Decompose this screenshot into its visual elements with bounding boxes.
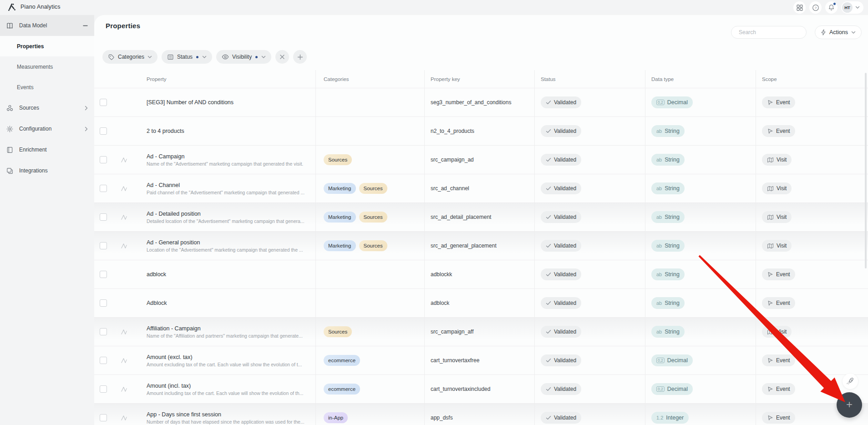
table-row[interactable]: [SEG3] Number of AND conditionsseg3_numb… bbox=[94, 88, 868, 117]
scope-badge: Visit bbox=[762, 326, 792, 338]
sidebar-item-properties[interactable]: Properties bbox=[0, 36, 94, 56]
row-select-cell bbox=[94, 117, 116, 145]
analytics-pulse-icon[interactable] bbox=[120, 243, 128, 249]
table-row[interactable]: 2 to 4 productsn2_to_4_productsValidated… bbox=[94, 117, 868, 146]
property-description: Name of the "Advertisement" marketing ca… bbox=[147, 161, 303, 167]
row-checkbox[interactable] bbox=[100, 271, 107, 278]
table-row[interactable]: Ad - Detailed positionDetailed location … bbox=[94, 203, 868, 232]
table-row[interactable]: adblockadblockkValidatedabStringEvent bbox=[94, 260, 868, 289]
status-label: Validated bbox=[554, 243, 576, 249]
row-checkbox[interactable] bbox=[100, 299, 107, 307]
filter-chip-label: Categories bbox=[118, 54, 144, 60]
row-checkbox[interactable] bbox=[100, 99, 107, 106]
apps-grid-button[interactable] bbox=[793, 1, 806, 14]
analytics-pulse-icon[interactable] bbox=[120, 386, 128, 393]
check-icon bbox=[546, 100, 551, 105]
sidebar: Data ModelPropertiesMeasurementsEventsSo… bbox=[0, 15, 94, 425]
analytics-pulse-icon[interactable] bbox=[120, 185, 128, 192]
status-cell: Validated bbox=[534, 260, 645, 288]
row-checkbox[interactable] bbox=[100, 357, 107, 364]
map-icon bbox=[767, 243, 774, 249]
table-row[interactable]: App - Days since first sessionNumber of … bbox=[94, 404, 868, 425]
sidebar-item-enrichment[interactable]: Enrichment bbox=[0, 139, 94, 160]
table-row[interactable]: Affiliation - CampaignName of the "Affil… bbox=[94, 318, 868, 346]
scope-label: Visit bbox=[777, 185, 787, 192]
row-checkbox[interactable] bbox=[100, 185, 107, 192]
sidebar-item-measurements[interactable]: Measurements bbox=[0, 56, 94, 77]
property-name: Amount (incl. tax) bbox=[147, 383, 303, 389]
property-name: adblock bbox=[147, 271, 166, 278]
scrollbar[interactable] bbox=[865, 73, 867, 268]
row-select-cell bbox=[94, 318, 116, 346]
table-row[interactable]: Ad - General positionLocation of the "Ad… bbox=[94, 232, 868, 260]
row-checkbox[interactable] bbox=[100, 385, 107, 393]
data-type-label: Decimal bbox=[667, 99, 688, 106]
row-select-cell bbox=[94, 203, 116, 231]
clear-filters-button[interactable] bbox=[275, 50, 289, 64]
property-key: adblockk bbox=[431, 271, 452, 278]
data-type-cell: abString bbox=[645, 174, 756, 202]
table-row[interactable]: AdblockadblockValidatedabStringEvent bbox=[94, 289, 868, 318]
sidebar-item-data-model[interactable]: Data Model bbox=[0, 15, 94, 36]
categories-cell bbox=[315, 260, 424, 288]
filter-chip-status[interactable]: Status bbox=[162, 50, 212, 64]
row-checkbox[interactable] bbox=[100, 414, 107, 421]
user-menu[interactable]: HT bbox=[841, 1, 863, 14]
search-input[interactable] bbox=[738, 29, 810, 36]
actions-button[interactable]: Actions bbox=[815, 25, 862, 39]
row-checkbox[interactable] bbox=[100, 328, 107, 335]
status-badge: Validated bbox=[541, 211, 581, 223]
launch-button[interactable] bbox=[843, 374, 858, 389]
status-badge: Validated bbox=[541, 125, 581, 137]
analytics-pulse-icon[interactable] bbox=[120, 329, 128, 335]
row-checkbox[interactable] bbox=[100, 156, 107, 163]
property-cell: Ad - ChannelPaid channel of the "Adverti… bbox=[145, 174, 315, 202]
sidebar-item-sources[interactable]: Sources bbox=[0, 97, 94, 118]
notifications-button[interactable] bbox=[825, 1, 838, 14]
category-chip: ecommerce bbox=[324, 355, 360, 366]
scope-badge: Visit bbox=[762, 240, 792, 252]
property-key: cart_turnovertaxfree bbox=[431, 357, 479, 364]
sidebar-item-events[interactable]: Events bbox=[0, 77, 94, 97]
analytics-pulse-icon[interactable] bbox=[120, 157, 128, 163]
row-checkbox[interactable] bbox=[100, 242, 107, 249]
scope-cell: Visit bbox=[756, 318, 868, 346]
table-row[interactable]: Ad - ChannelPaid channel of the "Adverti… bbox=[94, 174, 868, 203]
filter-chip-visibility[interactable]: Visibility bbox=[216, 50, 271, 64]
analytics-pulse-icon[interactable] bbox=[120, 415, 128, 421]
table-row[interactable]: Amount (excl. tax)Amount excluding tax o… bbox=[94, 346, 868, 375]
data-type-label: Integer bbox=[666, 415, 684, 421]
row-checkbox[interactable] bbox=[100, 127, 107, 135]
row-graph-cell bbox=[116, 88, 145, 116]
sidebar-item-integrations[interactable]: Integrations bbox=[0, 160, 94, 181]
add-property-button[interactable]: + bbox=[837, 392, 862, 418]
cursor-icon bbox=[767, 128, 773, 134]
row-checkbox[interactable] bbox=[100, 213, 107, 221]
data-type-glyph: 1.2 bbox=[656, 415, 663, 420]
actions-label: Actions bbox=[829, 29, 848, 35]
analytics-pulse-icon[interactable] bbox=[120, 214, 128, 221]
property-key: src_ad_detail_placement bbox=[431, 214, 491, 220]
status-label: Validated bbox=[554, 415, 576, 421]
row-select-cell bbox=[94, 146, 116, 174]
status-badge: Validated bbox=[541, 96, 581, 108]
help-button[interactable]: ? bbox=[809, 1, 822, 14]
property-key: cart_turnovertaxincluded bbox=[431, 386, 490, 392]
scope-cell: Visit bbox=[756, 174, 868, 202]
property-description: Location of the "Advertisement" marketin… bbox=[147, 247, 303, 253]
data-type-glyph: ab bbox=[656, 186, 662, 191]
table-row[interactable]: Ad - CampaignName of the "Advertisement"… bbox=[94, 146, 868, 174]
categories-cell: Sources bbox=[315, 146, 424, 174]
row-graph-cell bbox=[116, 260, 145, 288]
check-icon bbox=[546, 329, 551, 334]
scope-label: Event bbox=[776, 99, 790, 106]
cursor-icon bbox=[767, 415, 773, 421]
table-row[interactable]: Amount (incl. tax)Amount including tax o… bbox=[94, 375, 868, 404]
piano-analytics-app: Piano Analytics ? bbox=[0, 0, 868, 425]
sidebar-item-configuration[interactable]: Configuration bbox=[0, 118, 94, 139]
property-cell: Affiliation - CampaignName of the "Affil… bbox=[145, 318, 315, 346]
filter-chip-categories[interactable]: Categories bbox=[102, 50, 157, 64]
analytics-pulse-icon[interactable] bbox=[120, 357, 128, 364]
add-filter-button[interactable] bbox=[293, 50, 307, 64]
data-type-cell: abString bbox=[645, 146, 756, 174]
